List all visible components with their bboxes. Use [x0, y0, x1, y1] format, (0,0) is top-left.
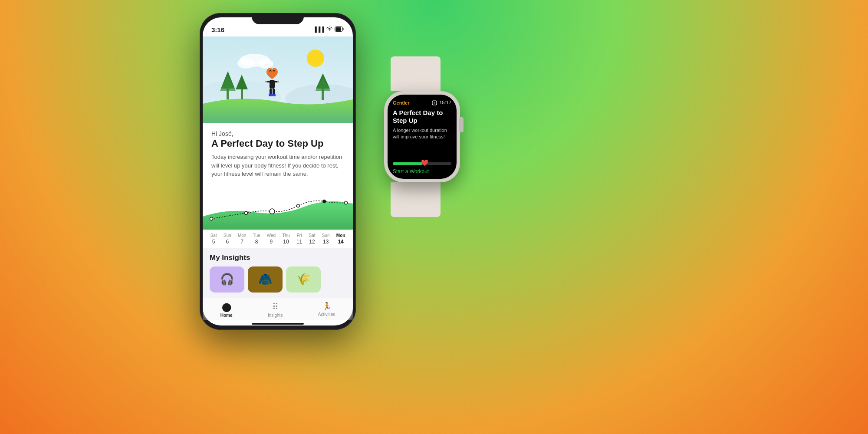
- svg-point-8: [237, 58, 255, 69]
- status-icons: ▐▐▐: [313, 26, 344, 33]
- tab-home-label: Home: [220, 313, 233, 318]
- hero-scene: [203, 36, 353, 123]
- cal-day-name: Mon: [238, 233, 246, 238]
- cal-day-sat12: Sat 12: [309, 233, 316, 245]
- cal-day-sun6: Sun 6: [224, 233, 231, 245]
- description-text: Today increasing your workout time and/o…: [211, 153, 344, 178]
- cal-day-sun13: Sun 13: [322, 233, 330, 245]
- iphone-vol-down-button: [200, 85, 200, 100]
- watch-title: A Perfect Day to Step Up: [393, 109, 451, 125]
- insights-icon: ⠿: [272, 302, 279, 312]
- svg-rect-21: [269, 94, 272, 96]
- wifi-icon: [326, 26, 332, 33]
- watch-crown: [459, 117, 464, 132]
- insights-title: My Insights: [210, 253, 346, 262]
- svg-rect-17: [265, 81, 267, 82]
- activities-icon: 🏃: [322, 302, 332, 311]
- iphone-vol-up-button: [200, 65, 200, 80]
- cal-day-num: 7: [240, 239, 243, 245]
- svg-point-27: [297, 204, 300, 207]
- cal-day-name: Sun: [322, 233, 330, 238]
- text-section: Hi José, A Perfect Day to Step Up Today …: [203, 123, 353, 182]
- app-content: Active ▾: [203, 36, 353, 326]
- insight-card-brown[interactable]: 🧥: [248, 266, 283, 293]
- svg-point-29: [345, 201, 348, 204]
- svg-point-9: [258, 59, 273, 69]
- heart-icon: ❤️: [421, 159, 428, 166]
- cal-day-num: 8: [255, 239, 258, 245]
- svg-point-23: [210, 217, 213, 220]
- tab-activities[interactable]: 🏃 Activities: [318, 302, 335, 318]
- tab-home[interactable]: ⬤ Home: [220, 302, 233, 318]
- hero-section: Active ▾: [203, 36, 353, 123]
- main-title: A Perfect Day to Step Up: [211, 138, 344, 149]
- battery-icon: [335, 26, 344, 33]
- iphone-screen: 3:16 ▐▐▐: [203, 17, 353, 326]
- cal-day-name: Fri: [297, 233, 302, 238]
- apple-watch: Gentler 15:17 A Perfect Day to Step Up A…: [378, 82, 469, 191]
- svg-point-25: [271, 210, 274, 213]
- svg-point-31: [434, 102, 435, 104]
- svg-rect-1: [343, 28, 344, 30]
- cal-day-num: 12: [309, 239, 315, 245]
- card-icon-jacket: 🧥: [248, 266, 283, 293]
- watch-progress-fill: [393, 162, 422, 165]
- insights-cards: 🎧 🧥 🌾: [210, 266, 346, 293]
- insight-card-green[interactable]: 🌾: [286, 266, 321, 293]
- svg-point-10: [307, 49, 324, 67]
- home-indicator: [252, 323, 304, 325]
- tab-insights-label: Insights: [268, 313, 283, 318]
- svg-point-24: [245, 211, 248, 214]
- cal-day-tue8: Tue 8: [253, 233, 260, 245]
- cal-day-mon7: Mon 7: [238, 233, 246, 245]
- cal-day-num: 13: [323, 239, 329, 245]
- svg-rect-20: [273, 89, 275, 95]
- greeting-text: Hi José,: [211, 130, 344, 137]
- cal-day-name: Tue: [253, 233, 260, 238]
- cal-day-fri11: Fri 11: [296, 233, 302, 245]
- svg-rect-2: [335, 27, 341, 31]
- cal-day-num: 9: [270, 239, 273, 245]
- svg-rect-19: [270, 89, 272, 95]
- home-icon: ⬤: [222, 302, 231, 312]
- svg-rect-22: [272, 94, 276, 96]
- iphone-device: 3:16 ▐▐▐: [200, 13, 356, 330]
- tab-insights[interactable]: ⠿ Insights: [268, 302, 283, 318]
- watch-time-text: 15:17: [439, 100, 451, 105]
- watch-description: A longer workout duration will improve y…: [393, 127, 451, 158]
- cal-day-name: Thu: [282, 233, 289, 238]
- card-icon-headphones: 🎧: [210, 266, 244, 293]
- cal-day-sat5: Sat 5: [210, 233, 217, 245]
- tab-bar: ⬤ Home ⠿ Insights 🏃 Activities: [203, 298, 353, 320]
- tab-activities-label: Activities: [318, 312, 335, 317]
- calendar-row: Sat 5 Sun 6 Mon 7 Tue 8 Wed 9: [203, 230, 353, 248]
- svg-rect-18: [277, 81, 279, 82]
- iphone-notch: [252, 13, 304, 24]
- cal-day-mon14-active[interactable]: Mon 14: [336, 233, 345, 245]
- watch-band-bottom: [391, 182, 441, 217]
- watch-header: Gentler 15:17: [393, 100, 451, 105]
- watch-body: Gentler 15:17 A Perfect Day to Step Up A…: [384, 91, 460, 182]
- cal-day-name: Mon: [336, 233, 345, 238]
- cal-day-num: 5: [212, 239, 215, 245]
- cal-day-num: 14: [338, 239, 343, 245]
- cal-day-num: 10: [283, 239, 289, 245]
- cal-day-name: Sat: [309, 233, 316, 238]
- iphone-power-button: [355, 78, 356, 104]
- cal-day-name: Wed: [267, 233, 276, 238]
- cal-day-num: 6: [226, 239, 229, 245]
- cal-day-name: Sun: [224, 233, 231, 238]
- watch-cta-button[interactable]: Start a Workout: [393, 168, 451, 174]
- status-time: 3:16: [211, 26, 224, 33]
- watch-progress-bar: ❤️: [393, 162, 451, 165]
- fitness-chart: [203, 182, 353, 230]
- insight-card-purple[interactable]: 🎧: [210, 266, 244, 293]
- insights-section: My Insights 🎧 🧥 🌾: [203, 248, 353, 298]
- svg-rect-12: [241, 89, 243, 99]
- card-icon-grain: 🌾: [286, 266, 321, 293]
- cal-day-wed9: Wed 9: [267, 233, 276, 245]
- cal-day-name: Sat: [210, 233, 217, 238]
- watch-time: 15:17: [432, 100, 451, 105]
- svg-point-28: [323, 200, 326, 203]
- watch-app-name: Gentler: [393, 100, 410, 105]
